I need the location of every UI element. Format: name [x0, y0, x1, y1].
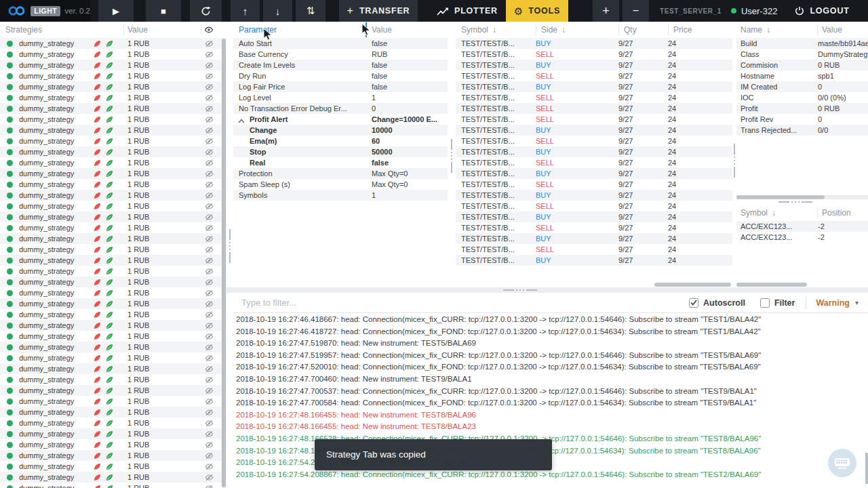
order-row[interactable]: TEST/TEST/B... BUY 9/27 24 — [456, 81, 732, 92]
strategy-row[interactable]: dummy_strategy 1 RUB — [0, 103, 221, 114]
parameter-value[interactable]: false — [372, 83, 387, 91]
eye-off-icon[interactable] — [205, 332, 214, 342]
parameter-value[interactable]: 50000 — [372, 148, 393, 156]
eye-off-icon[interactable] — [205, 310, 214, 321]
strategy-row[interactable]: dummy_strategy 1 RUB — [0, 374, 221, 385]
eye-off-icon[interactable] — [205, 451, 214, 462]
column-header-value[interactable]: Value — [127, 25, 148, 35]
order-row[interactable]: TEST/TEST/B... BUY 9/27 24 — [456, 211, 732, 222]
parameter-value[interactable]: 0 — [372, 104, 376, 113]
position-row[interactable]: ACC/EXC123... -2 — [736, 232, 868, 243]
logout-button[interactable]: LOGOUT — [795, 6, 849, 16]
eye-off-icon[interactable] — [205, 180, 214, 190]
info-row[interactable]: IM Created 0 — [736, 81, 868, 92]
eye-off-icon[interactable] — [205, 50, 214, 60]
order-row[interactable]: TEST/TEST/B... SELL 9/27 24 — [456, 114, 732, 125]
eye-off-icon[interactable] — [205, 235, 214, 245]
splitter-handle[interactable] — [451, 139, 452, 173]
play-button[interactable]: ▶ — [98, 0, 134, 22]
splitter-handle[interactable] — [229, 229, 231, 263]
order-row[interactable]: TEST/TEST/B... SELL 9/27 24 — [456, 103, 732, 114]
eye-off-icon[interactable] — [205, 386, 214, 396]
order-row[interactable]: TEST/TEST/B... SELL 9/27 24 — [456, 92, 732, 103]
order-row[interactable]: TEST/TEST/B... SELL 9/27 24 — [456, 136, 732, 146]
eye-off-icon[interactable] — [205, 39, 214, 49]
strategy-row[interactable]: dummy_strategy 1 RUB — [0, 461, 221, 472]
filter-checkbox[interactable]: Filter — [760, 298, 795, 308]
parameter-value[interactable]: 60 — [372, 137, 380, 145]
strategy-row[interactable]: dummy_strategy 1 RUB — [0, 352, 221, 363]
parameter-value[interactable]: false — [372, 159, 389, 167]
parameter-value[interactable]: false — [372, 61, 387, 69]
parameter-row[interactable]: Log Fair Price false — [233, 81, 448, 92]
parameter-value[interactable]: 10000 — [372, 126, 393, 134]
strategy-row[interactable]: dummy_strategy 1 RUB — [0, 407, 221, 418]
splitter-info-positions[interactable] — [736, 199, 868, 205]
strategy-row[interactable]: dummy_strategy 1 RUB — [0, 450, 221, 461]
order-row[interactable]: TEST/TEST/B... SELL 9/27 24 — [456, 179, 732, 190]
column-header-value[interactable]: Value — [372, 25, 392, 35]
eye-off-icon[interactable] — [205, 169, 214, 180]
strategy-row[interactable]: dummy_strategy 1 RUB — [0, 331, 221, 342]
parameter-row[interactable]: Spam Sleep (s) Max Qty=0 — [233, 179, 448, 190]
eye-off-icon[interactable] — [205, 256, 214, 266]
info-row[interactable]: Class DummyStrategy — [736, 49, 868, 60]
strategy-row[interactable]: dummy_strategy 1 RUB — [0, 244, 221, 255]
parameter-row[interactable]: Dry Run false — [233, 70, 448, 81]
strategy-row[interactable]: dummy_strategy 1 RUB — [0, 287, 221, 298]
strategy-row[interactable]: dummy_strategy 1 RUB — [0, 342, 221, 352]
eye-off-icon[interactable] — [205, 61, 214, 71]
strategy-row[interactable]: dummy_strategy 1 RUB — [0, 201, 221, 211]
plotter-button[interactable]: PLOTTER — [437, 6, 498, 16]
eye-off-icon[interactable] — [205, 224, 214, 234]
strategy-row[interactable]: dummy_strategy 1 RUB — [0, 255, 221, 266]
parameter-row[interactable]: Stop 50000 — [233, 146, 448, 157]
column-header-price[interactable]: Price — [673, 25, 692, 35]
eye-off-icon[interactable] — [205, 137, 214, 147]
swap-button[interactable]: ⇅ — [296, 0, 326, 22]
order-row[interactable]: TEST/TEST/B... SELL 9/27 24 — [456, 201, 732, 211]
strategy-row[interactable]: dummy_strategy 1 RUB — [0, 38, 221, 49]
column-header-symbol[interactable]: Symbol↓ — [736, 208, 776, 218]
tools-button[interactable]: ⚙ TOOLS — [506, 0, 568, 22]
strategy-row[interactable]: dummy_strategy 1 RUB — [0, 363, 221, 374]
move-down-button[interactable]: ↓ — [263, 0, 292, 22]
strategy-row[interactable]: dummy_strategy 1 RUB — [0, 136, 221, 146]
parameter-value[interactable]: 1 — [372, 191, 376, 199]
strategy-row[interactable]: dummy_strategy 1 RUB — [0, 157, 221, 168]
column-header-parameter[interactable]: Parameter — [233, 25, 277, 35]
parameter-value[interactable]: RUB — [372, 50, 387, 58]
parameter-row[interactable]: Ema(m) 60 — [233, 136, 448, 146]
eye-off-icon[interactable] — [205, 94, 214, 104]
parameter-row[interactable]: Real false — [233, 157, 448, 168]
autoscroll-checkbox[interactable]: Autoscroll — [689, 298, 745, 308]
strategy-row[interactable]: dummy_strategy 1 RUB — [0, 266, 221, 277]
eye-off-icon[interactable] — [205, 72, 214, 82]
scrollbar-thumb[interactable] — [222, 39, 226, 487]
parameter-value[interactable]: false — [372, 39, 387, 47]
parameter-row[interactable]: Change 10000 — [233, 125, 448, 136]
window-scrollbar-thumb[interactable] — [865, 453, 868, 484]
eye-off-icon[interactable] — [205, 191, 214, 201]
splitter-handle[interactable] — [734, 144, 735, 178]
eye-off-icon[interactable] — [205, 83, 214, 93]
strategy-row[interactable]: dummy_strategy 1 RUB — [0, 298, 221, 309]
parameter-row[interactable]: Log Level 1 — [233, 92, 448, 103]
parameter-row[interactable]: Create Im Levels false — [233, 60, 448, 70]
order-row[interactable]: TEST/TEST/B... SELL 9/27 24 — [456, 70, 732, 81]
remove-tab-button[interactable]: − — [623, 0, 649, 22]
strategy-row[interactable]: dummy_strategy 1 RUB — [0, 125, 221, 136]
parameter-row[interactable]: Symbols 1 — [233, 190, 448, 201]
strategy-row[interactable]: dummy_strategy 1 RUB — [0, 428, 221, 439]
eye-off-icon[interactable] — [205, 300, 214, 310]
order-row[interactable]: TEST/TEST/B... SELL 9/27 24 — [456, 157, 732, 168]
eye-off-icon[interactable] — [205, 321, 214, 331]
eye-off-icon[interactable] — [205, 375, 214, 386]
stop-button[interactable]: ■ — [146, 0, 181, 22]
orders-hscrollbar-thumb[interactable] — [654, 283, 731, 287]
splitter-handle[interactable] — [778, 201, 812, 203]
log-filter-input[interactable] — [233, 298, 674, 308]
strategy-row[interactable]: dummy_strategy 1 RUB — [0, 179, 221, 190]
strategy-row[interactable]: dummy_strategy 1 RUB — [0, 190, 221, 201]
eye-off-icon[interactable] — [205, 419, 214, 429]
